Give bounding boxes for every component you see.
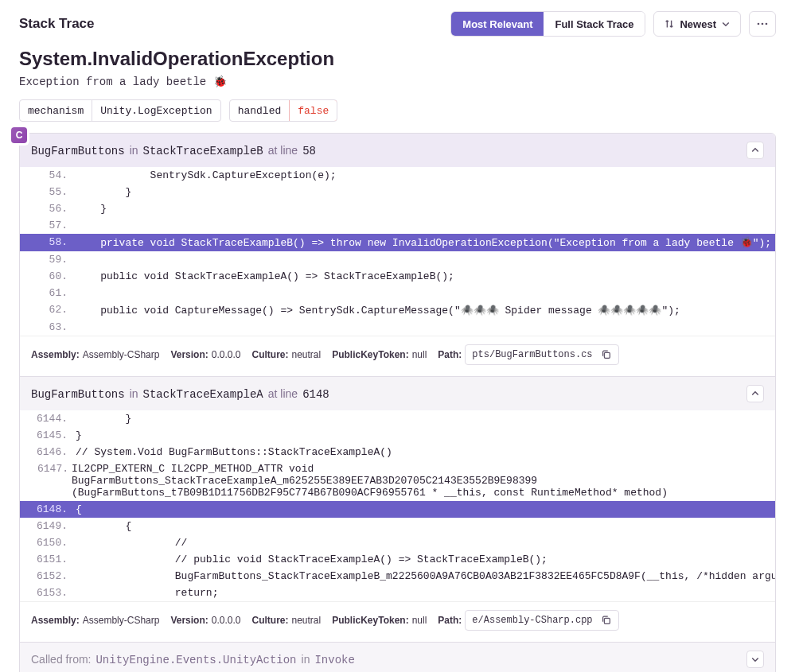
code-line: 6149. { <box>20 518 775 534</box>
frame-header[interactable]: BugFarmButtonsinStackTraceExampleBat lin… <box>20 134 775 167</box>
line-number: 6149. <box>20 520 76 532</box>
code-line: 59. <box>20 251 775 268</box>
frame-header[interactable]: BugFarmButtonsinStackTraceExampleAat lin… <box>20 376 775 410</box>
frame-lineno: 6148 <box>302 388 329 401</box>
path-box: e/Assembly-CSharp.cpp <box>465 610 618 631</box>
line-number: 54. <box>20 169 76 181</box>
svg-point-0 <box>758 23 760 25</box>
code-content: SentrySdk.CaptureException(e); <box>76 169 775 181</box>
code-content: BugFarmButtons_StackTraceExampleB_m22256… <box>76 570 775 582</box>
code-line: 62. public void CaptureMessage() => Sent… <box>20 301 775 319</box>
code-line: 61. <box>20 285 775 301</box>
stack-frame: BugFarmButtonsinStackTraceExampleAat lin… <box>20 376 775 642</box>
collapse-toggle[interactable] <box>746 385 764 402</box>
frames-container: C BugFarmButtonsinStackTraceExampleBat l… <box>19 133 776 672</box>
line-number: 62. <box>20 304 76 316</box>
frame-function: Invoke <box>314 654 354 666</box>
code-line: 6147.IL2CPP_EXTERN_C IL2CPP_METHOD_ATTR … <box>20 460 775 501</box>
expand-toggle[interactable] <box>746 651 764 668</box>
code-content: { <box>76 520 775 532</box>
code-content: IL2CPP_EXTERN_C IL2CPP_METHOD_ATTR void … <box>72 463 775 499</box>
tab-most-relevant[interactable]: Most Relevant <box>451 12 544 36</box>
exception-message: Exception from a lady beetle 🐞 <box>19 75 776 88</box>
code-content: // public void StackTraceExampleA() => S… <box>76 554 775 565</box>
sort-icon <box>664 18 675 29</box>
line-number: 6152. <box>20 570 76 582</box>
frame-module: BugFarmButtons <box>31 145 125 157</box>
line-number: 6145. <box>20 429 76 441</box>
line-number: 55. <box>20 186 76 198</box>
frame-meta: Assembly: Assembly-CSharpVersion: 0.0.0.… <box>20 336 775 376</box>
code-line: 6146.// System.Void BugFarmButtons::Stac… <box>20 444 775 460</box>
stack-frame-collapsed[interactable]: Called from:UnityEngine.Events.UnityActi… <box>20 642 775 672</box>
code-content: return; <box>76 587 775 599</box>
chevron-down-icon <box>721 19 731 29</box>
chevron-up-icon <box>750 146 760 155</box>
frame-lineno: 58 <box>302 145 316 157</box>
code-context: 54. SentrySdk.CaptureException(e);55. }5… <box>20 167 775 336</box>
language-badge: C <box>10 126 28 144</box>
line-number: 57. <box>20 219 76 231</box>
line-number: 6148. <box>20 503 76 515</box>
svg-rect-3 <box>604 352 610 358</box>
code-content: } <box>76 413 775 425</box>
code-line: 6150. // <box>20 534 775 551</box>
frame-function: StackTraceExampleB <box>143 145 263 157</box>
line-number: 6153. <box>20 587 76 599</box>
path-box: pts/BugFarmButtons.cs <box>465 344 618 365</box>
code-line: 6145.} <box>20 427 775 444</box>
svg-rect-4 <box>604 618 610 623</box>
code-line: 6152. BugFarmButtons_StackTraceExampleB_… <box>20 568 775 585</box>
line-number: 58. <box>20 236 76 248</box>
code-content: } <box>76 429 775 441</box>
frame-module: BugFarmButtons <box>31 388 125 401</box>
code-line: 54. SentrySdk.CaptureException(e); <box>20 167 775 184</box>
line-number: 6150. <box>20 537 76 549</box>
tab-full-stacktrace[interactable]: Full Stack Trace <box>544 12 645 36</box>
sort-button[interactable]: Newest <box>653 11 741 37</box>
code-content: // System.Void BugFarmButtons::StackTrac… <box>76 446 775 458</box>
section-title: Stack Trace <box>19 16 95 32</box>
line-number: 6147. <box>20 463 72 475</box>
line-number: 63. <box>20 321 76 333</box>
code-line: 55. } <box>20 184 775 200</box>
svg-point-1 <box>762 23 764 25</box>
stack-frame: BugFarmButtonsinStackTraceExampleBat lin… <box>20 134 775 376</box>
code-content: public void StackTraceExampleA() => Stac… <box>76 270 775 282</box>
code-line: 58. private void StackTraceExampleB() =>… <box>20 234 775 251</box>
collapse-toggle[interactable] <box>746 142 764 159</box>
code-line: 6151. // public void StackTraceExampleA(… <box>20 551 775 568</box>
exception-type: System.InvalidOperationException <box>19 48 776 70</box>
line-number: 6151. <box>20 554 76 565</box>
tag-handled: handled false <box>229 99 338 122</box>
frame-module: UnityEngine.Events.UnityAction <box>95 654 296 666</box>
line-number: 60. <box>20 270 76 282</box>
code-line: 6148.{ <box>20 501 775 518</box>
tag-mechanism: mechanism Unity.LogException <box>19 99 221 122</box>
copy-icon[interactable] <box>601 349 612 360</box>
code-line: 56. } <box>20 200 775 217</box>
sort-label: Newest <box>680 18 716 30</box>
chevron-up-icon <box>750 389 760 398</box>
code-content: private void StackTraceExampleB() => thr… <box>76 236 775 249</box>
exception-tags: mechanism Unity.LogException handled fal… <box>19 99 776 122</box>
frame-function: StackTraceExampleA <box>143 388 263 401</box>
code-line: 57. <box>20 217 775 234</box>
header-actions: Most Relevant Full Stack Trace Newest <box>450 11 776 37</box>
code-content: { <box>76 503 775 515</box>
stacktrace-header: Stack Trace Most Relevant Full Stack Tra… <box>19 11 776 37</box>
code-context: 6144. }6145.}6146.// System.Void BugFarm… <box>20 410 775 601</box>
line-number: 6146. <box>20 446 76 458</box>
dots-horizontal-icon <box>756 17 769 30</box>
chevron-down-icon <box>750 655 760 664</box>
code-content: } <box>76 203 775 215</box>
code-line: 60. public void StackTraceExampleA() => … <box>20 268 775 285</box>
more-options-button[interactable] <box>749 11 776 37</box>
code-line: 63. <box>20 319 775 336</box>
line-number: 6144. <box>20 413 76 425</box>
frame-meta: Assembly: Assembly-CSharpVersion: 0.0.0.… <box>20 601 775 642</box>
code-line: 6153. return; <box>20 585 775 601</box>
code-content: } <box>76 186 775 198</box>
copy-icon[interactable] <box>601 615 612 626</box>
code-content: // <box>76 537 775 549</box>
